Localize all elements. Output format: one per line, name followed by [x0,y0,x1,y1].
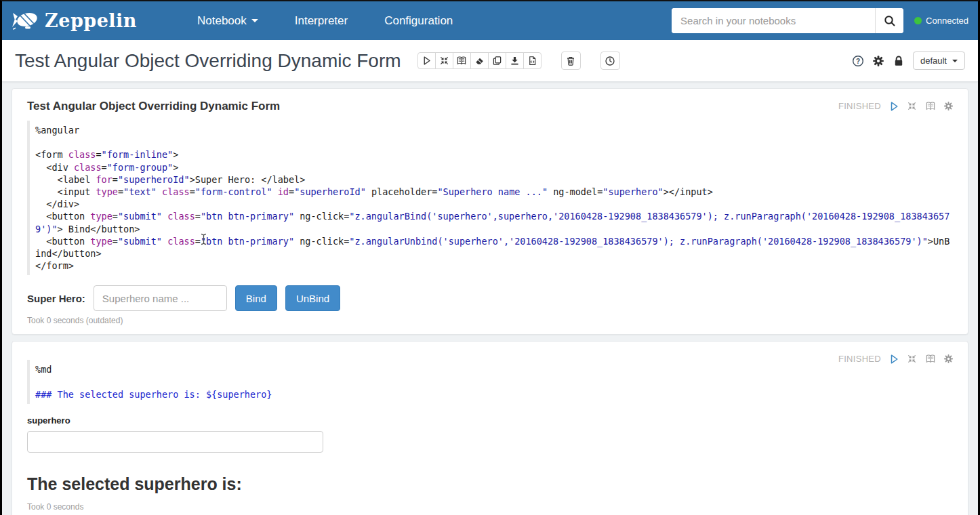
show-output-icon[interactable] [924,100,936,112]
gear-icon[interactable] [872,54,885,67]
markdown-output-heading: The selected superhero is: [27,474,953,494]
titlebar-right: ? [852,52,965,70]
lock-icon[interactable] [893,54,905,67]
interpreter-binding-label: default [920,56,947,66]
interpreter-binding-dropdown[interactable]: default [913,52,965,70]
paragraph-markdown: FINISHED [12,341,968,515]
paragraph-angular-form: Test Angular Object Overriding Dynamic F… [12,88,968,335]
file-code-icon [527,56,537,66]
angular-output-form: Super Hero: Bind UnBind [27,285,953,311]
zeppelin-blimp-icon [12,9,40,33]
eraser-icon [474,56,485,66]
superhero-label: Super Hero: [27,293,85,304]
superhero-input[interactable] [94,285,227,311]
connection-status: Connected [914,16,968,26]
status-badge: FINISHED [838,101,881,111]
navbar: Zeppelin Notebook Interpreter Configurat… [2,1,978,40]
version-control-button[interactable] [600,52,620,70]
play-icon [422,56,432,66]
trash-icon [565,56,576,66]
dynamic-form-label: superhero [27,415,953,426]
clock-icon [605,56,615,66]
search-area: Connected [672,8,968,33]
nav-interpreter[interactable]: Interpreter [277,14,366,28]
dynamic-form-input[interactable] [27,431,323,453]
nav-notebook-label: Notebook [197,14,247,28]
clone-icon [492,56,502,66]
note-title[interactable]: Test Angular Object Overriding Dynamic F… [15,50,401,72]
export-note-button[interactable] [506,52,524,69]
run-all-button[interactable] [417,52,436,69]
paragraph-execution-info: Took 0 seconds [27,502,953,512]
nav-interpreter-label: Interpreter [295,14,348,28]
connected-dot-icon [914,17,922,24]
chevron-down-icon [952,60,958,62]
code-editor-markdown[interactable]: %md ### The selected superhero is: ${sup… [27,360,953,404]
run-paragraph-icon[interactable] [888,100,899,112]
nav-notebook[interactable]: Notebook [179,14,277,28]
chevron-down-icon [251,19,258,22]
nav-configuration[interactable]: Configuration [366,14,471,28]
show-hide-output-button[interactable] [453,52,471,69]
paragraph-title: Test Angular Object Overriding Dynamic F… [27,100,953,113]
code-editor-angular[interactable]: %angular <form class="form-inline"> <div… [27,121,953,275]
note-titlebar: Test Angular Object Overriding Dynamic F… [2,40,978,82]
paragraph-controls: FINISHED [838,100,954,112]
paragraph-execution-info: Took 0 seconds (outdated) [27,316,953,325]
search-button[interactable] [875,8,903,33]
zeppelin-app: Zeppelin Notebook Interpreter Configurat… [0,0,980,515]
bind-button[interactable]: Bind [235,285,277,311]
connected-label: Connected [926,16,968,26]
collapse-editor-icon[interactable] [906,100,918,112]
svg-text:?: ? [856,57,860,64]
search-icon [884,15,896,27]
main-nav: Notebook Interpreter Configuration [179,14,471,28]
clone-note-button[interactable] [488,52,506,69]
zeppelin-logo[interactable]: Zeppelin [12,9,137,33]
download-icon [510,56,520,66]
book-icon [456,56,467,66]
remove-note-button[interactable] [561,52,581,70]
compress-arrows-icon [439,56,449,66]
help-icon[interactable]: ? [852,54,865,67]
note-toolbar [417,52,542,69]
show-hide-code-button[interactable] [435,52,453,69]
brand-name: Zeppelin [45,10,137,31]
note-content: Test Angular Object Overriding Dynamic F… [2,82,978,515]
paragraph-settings-icon[interactable] [943,100,954,112]
search-input[interactable] [672,8,875,33]
export-code-button[interactable] [523,52,542,69]
clear-output-button[interactable] [470,52,489,69]
unbind-button[interactable]: UnBind [285,285,340,311]
nav-configuration-label: Configuration [384,14,453,28]
